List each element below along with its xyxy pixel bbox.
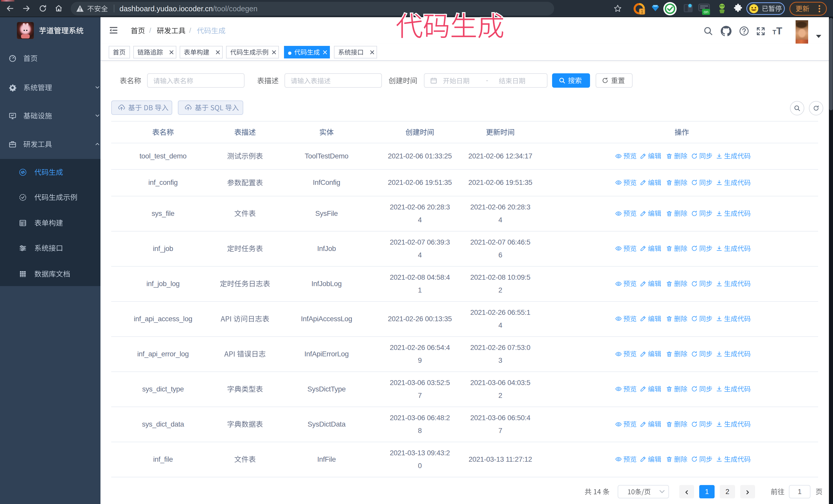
svg-text:on: on [704, 9, 709, 14]
svg-text:1: 1 [641, 9, 643, 14]
